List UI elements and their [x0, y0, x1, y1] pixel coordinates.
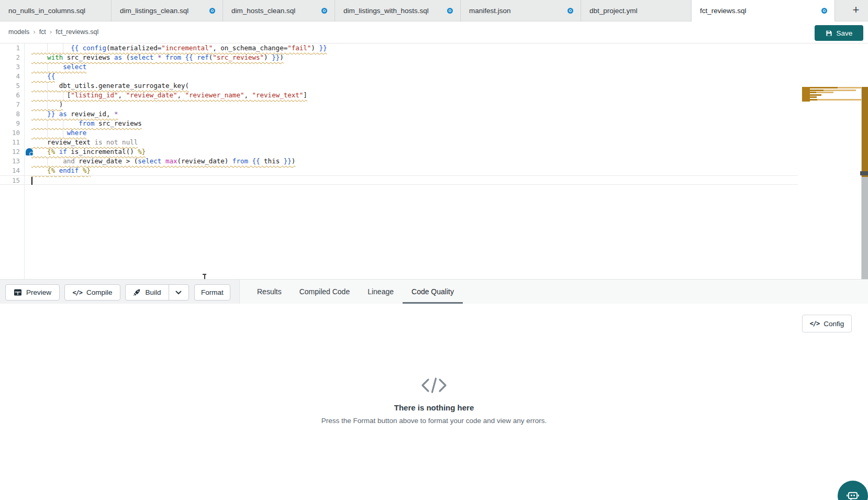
code-line[interactable]: 4 {{: [0, 72, 798, 81]
bottom-toolbar: Preview </> Compile Build: [0, 279, 868, 304]
tab-label: fct_reviews.sql: [700, 7, 747, 15]
editor-tab-fct_reviews-sql[interactable]: fct_reviews.sql: [692, 0, 835, 21]
tab-label: dim_hosts_clean.sql: [231, 7, 295, 15]
editor-tab-manifest-json[interactable]: manifest.json: [461, 0, 581, 21]
warning-overview-minimap: [802, 87, 861, 102]
text-caret: [31, 177, 32, 185]
line-number: 8: [0, 109, 20, 119]
code-editor[interactable]: 1 {{ config(materialized="incremental", …: [0, 43, 868, 279]
line-number: 11: [0, 138, 20, 147]
floppy-disk-icon: [826, 30, 832, 37]
line-number: 7: [0, 100, 20, 109]
code-text: {% endif %}: [31, 166, 91, 175]
chevron-right-icon: ›: [50, 28, 52, 36]
chevron-down-icon: [175, 291, 182, 295]
code-line[interactable]: 9 from src_reviews: [0, 119, 798, 128]
panel-tab-code-quality[interactable]: Code Quality: [403, 280, 463, 304]
indent-guide: [47, 91, 48, 100]
code-text: where: [31, 128, 86, 138]
line-number: 4: [0, 72, 20, 81]
dbt-ide-window: no_nulls_in_columns.sql dim_listings_cle…: [0, 0, 868, 500]
code-line[interactable]: 7 ): [0, 100, 798, 109]
unsaved-changes-dot-icon: [321, 8, 327, 14]
code-line[interactable]: 8 }} as review_id, *: [0, 109, 798, 119]
code-brackets-icon: </>: [72, 289, 82, 296]
code-text: {{ config(materialized="incremental", on…: [31, 43, 327, 53]
code-text: review_text is not null: [31, 138, 138, 147]
code-line[interactable]: 10 where: [0, 128, 798, 138]
chevron-right-icon: ›: [33, 28, 35, 36]
unsaved-changes-dot-icon: [821, 8, 827, 14]
format-button-label: Format: [201, 288, 224, 296]
editor-tab-dbt_project-yml[interactable]: dbt_project.yml: [581, 0, 692, 21]
mouse-ibeam-cursor: [202, 274, 207, 279]
tab-label: dim_listings_with_hosts.sql: [343, 7, 429, 15]
code-text: with src_reviews as (select * from {{ re…: [31, 53, 284, 62]
code-line[interactable]: 11 review_text is not null: [0, 138, 798, 147]
panel-tab-lineage[interactable]: Lineage: [359, 280, 403, 304]
line-number: 1: [0, 43, 20, 53]
editor-scrollbar-thumb[interactable]: [860, 171, 868, 175]
code-line[interactable]: 3 select: [0, 62, 798, 72]
quick-fix-icon[interactable]: [26, 148, 33, 155]
line-number: 2: [0, 53, 20, 62]
indent-guide: [47, 157, 48, 166]
code-line[interactable]: 2 with src_reviews as (select * from {{ …: [0, 53, 798, 62]
code-text: from src_reviews: [31, 119, 142, 128]
code-slash-icon: [420, 377, 448, 394]
code-line[interactable]: 5 dbt_utils.generate_surrogate_key(: [0, 81, 798, 91]
build-dropdown-button[interactable]: [169, 285, 188, 300]
save-button-label: Save: [837, 29, 853, 37]
format-button[interactable]: Format: [194, 284, 230, 301]
config-button[interactable]: </> Config: [802, 315, 852, 332]
line-number: 12: [0, 147, 20, 157]
save-button[interactable]: Save: [815, 25, 863, 41]
panel-tab-label: Code Quality: [411, 287, 454, 296]
editor-tab-dim_listings_clean-sql[interactable]: dim_listings_clean.sql: [112, 0, 223, 21]
panel-tab-results[interactable]: Results: [248, 280, 291, 304]
unsaved-changes-dot-icon: [447, 8, 453, 14]
breadcrumb-models[interactable]: models: [8, 28, 29, 36]
line-number: 6: [0, 91, 20, 100]
editor-tab-dim_hosts_clean-sql[interactable]: dim_hosts_clean.sql: [223, 0, 335, 21]
code-line[interactable]: 14 {% endif %}: [0, 166, 798, 175]
code-line[interactable]: 1 {{ config(materialized="incremental", …: [0, 43, 798, 53]
indent-guide: [63, 119, 63, 128]
code-text: }} as review_id, *: [31, 109, 118, 119]
empty-state-title: There is nothing here: [0, 403, 868, 412]
indent-guide: [63, 128, 63, 138]
code-text: {{: [31, 72, 55, 81]
empty-state-subtitle: Press the Format button above to format …: [0, 417, 868, 425]
code-brackets-icon: </>: [810, 320, 820, 327]
tab-bar-filler: +: [835, 0, 868, 21]
build-button-label: Build: [145, 288, 161, 296]
code-line[interactable]: 12 {% if is_incremental() %}: [0, 147, 798, 157]
preview-button[interactable]: Preview: [5, 284, 60, 301]
editor-tab-dim_listings_with_hosts-sql[interactable]: dim_listings_with_hosts.sql: [335, 0, 461, 21]
code-text: dbt_utils.generate_surrogate_key(: [31, 81, 189, 91]
indent-guide: [47, 119, 48, 128]
code-line[interactable]: 15: [0, 175, 798, 185]
line-number: 10: [0, 128, 20, 138]
build-button[interactable]: Build: [126, 285, 168, 300]
line-number: 14: [0, 166, 20, 175]
tab-bar: no_nulls_in_columns.sql dim_listings_cle…: [0, 0, 868, 21]
config-button-label: Config: [824, 320, 844, 328]
build-split-button: Build: [125, 284, 189, 301]
panel-tab-label: Compiled Code: [299, 287, 350, 296]
code-text: select: [31, 62, 86, 72]
panel-tab-compiled-code[interactable]: Compiled Code: [291, 280, 359, 304]
table-preview-icon: [14, 288, 22, 296]
indent-guide: [63, 43, 63, 53]
new-tab-button[interactable]: +: [849, 4, 863, 17]
code-line[interactable]: 6 ["listing_id", "review_date", "reviewe…: [0, 91, 798, 100]
code-line[interactable]: 13 and review_date > (select max(review_…: [0, 157, 798, 166]
compile-button[interactable]: </> Compile: [64, 284, 120, 301]
robot-chat-icon: [845, 488, 861, 500]
indent-guide: [47, 100, 48, 109]
compile-button-label: Compile: [86, 288, 113, 296]
editor-tab-no_nulls_in_columns-sql[interactable]: no_nulls_in_columns.sql: [0, 0, 112, 21]
tab-label: no_nulls_in_columns.sql: [8, 7, 85, 15]
breadcrumb-file: fct_reviews.sql: [55, 28, 98, 36]
breadcrumb-fct[interactable]: fct: [39, 28, 46, 36]
